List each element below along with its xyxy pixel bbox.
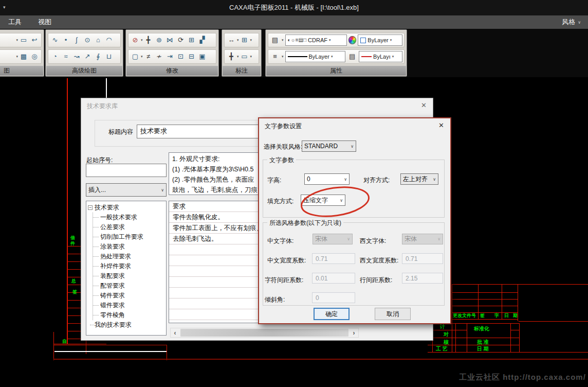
ok-button[interactable]: 确定 [314,308,350,320]
chevron-down-icon: ∨ [437,237,440,241]
text-dialog-titlebar[interactable]: 文字参数设置 ✕ [259,118,450,133]
cad-text: 自 [62,339,67,344]
cad-text: 签 [72,290,77,294]
cn-font-label: 中文字体: [267,237,293,245]
tree-item[interactable]: 涂装要求 [93,242,166,252]
chevron-down-icon: ∨ [340,198,343,203]
style-label: 选择关联风格: [264,143,302,151]
en-font-value: 宋体 [405,235,436,243]
cad-line [502,284,502,319]
char-gap-label: 字符间距系数: [265,276,303,285]
tree-item[interactable]: 零件棱角 [93,310,166,320]
requirements-tree[interactable]: −技术要求 一般技术要求 公差要求 切削加工件要求 涂装要求 热处理要求 补焊件… [86,201,167,336]
cad-line [452,299,518,300]
scroll-left-icon[interactable]: ‹ [171,329,179,337]
chevron-down-icon: ∨ [344,177,347,182]
cad-text: 日 期 [477,346,489,351]
tree-item[interactable]: 热处理要求 [93,252,166,261]
cancel-button[interactable]: 取消 [375,308,411,320]
slant-angle-label: 倾斜角: [265,295,285,304]
tree-item[interactable]: 切削加工件要求 [93,232,166,242]
cad-line [452,319,518,320]
text-param-group: 文字参数 [263,160,445,218]
tree-collapse-icon[interactable]: − [88,205,93,210]
char-height-value: 0 [307,175,342,183]
tree-item[interactable]: 公差要求 [93,222,166,232]
tree-item-my-requirements[interactable]: 我的技术要求 [88,320,166,330]
text-parameters-dialog: 文字参数设置 ✕ 选择关联风格: STANDARD ∨ 文字参数 字高: 0 ∨… [258,117,451,324]
cad-text: 批 准 [477,340,489,345]
h-scrollbar[interactable]: ‹ › [170,328,359,338]
cad-line [452,284,588,285]
cad-line [428,338,519,338]
chevron-down-icon: ∨ [433,177,436,182]
cad-line [452,306,518,306]
tree-item[interactable]: 锻件要求 [93,301,166,310]
tree-root[interactable]: −技术要求 [88,203,166,213]
cad-text: 件 [70,241,75,246]
cad-line [518,284,518,321]
cad-text: 计 [440,324,445,329]
scrollbar-thumb[interactable] [180,329,348,337]
cn-width-input: 0.71 [312,253,355,264]
tree-item[interactable]: 一般技术要求 [93,213,166,222]
en-font-combobox: 宋体 ∨ [402,234,443,244]
cad-line [452,284,452,352]
readonly-group-label: 所选风格参数(以下为只读) [267,219,343,227]
en-width-label: 西文宽度系数: [360,256,398,265]
cad-text: 对 [444,332,449,337]
cad-line [54,351,167,352]
cad-line [428,352,588,353]
en-font-label: 西文字体: [360,237,386,245]
cad-line [478,284,479,319]
cad-line [510,323,511,352]
cn-font-value: 宋体 [315,235,345,243]
cad-text: 借 [70,236,75,240]
align-combobox[interactable]: 左上对齐 ∨ [400,173,438,185]
close-icon[interactable]: ✕ [421,101,427,109]
style-combobox[interactable]: STANDARD ∨ [302,140,356,152]
cad-line [428,330,467,330]
text-param-group-label: 文字参数 [267,156,296,165]
application-window: ▾ CAXA电子图板2011 - 机械版 - [I:\tool\1.exb] 工… [0,0,588,387]
insert-combobox-value: 插入... [88,186,159,195]
fill-mode-label: 填充方式: [267,197,293,206]
en-width-input: 0.71 [402,253,443,264]
tech-dialog-titlebar[interactable]: 技术要求库 ✕ [81,98,433,113]
char-height-label: 字高: [267,176,281,185]
char-gap-input: 0.01 [312,273,355,284]
cad-line [106,78,107,98]
cad-line [455,323,456,352]
cad-line [53,359,588,360]
tree-children: 一般技术要求 公差要求 切削加工件要求 涂装要求 热处理要求 补焊件要求 装配要… [93,213,166,320]
tree-item[interactable]: 铸件要求 [93,291,166,301]
cad-line [167,345,167,360]
cad-text: 期 [513,313,518,318]
cad-text: 字 [494,313,499,318]
tree-item[interactable]: 补焊件要求 [93,261,166,271]
cad-text: 更改文件号 [453,313,476,318]
cad-line [519,323,520,352]
cn-font-combobox: 宋体 ∨ [313,234,353,244]
close-icon[interactable]: ✕ [438,121,444,129]
insert-combobox[interactable]: 插入... ∨ [86,183,167,197]
tree-root-label: 技术要求 [95,204,119,211]
cn-width-label: 中文宽度系数: [267,256,306,265]
cad-line [53,332,54,360]
cad-line [452,292,518,293]
cad-text: 签 [480,313,485,318]
cad-text: 标准化 [474,326,489,331]
chevron-down-icon: ∨ [351,144,354,149]
fill-mode-combobox[interactable]: 压缩文字 ∨ [301,195,345,206]
char-height-combobox[interactable]: 0 ∨ [304,173,350,185]
style-value: STANDARD [304,143,349,150]
cad-line [67,78,68,344]
watermark: 工业云社区 http://top.caxa.com/ [459,373,586,382]
tree-item[interactable]: 装配要求 [93,271,166,281]
cad-text: 日 [504,313,509,318]
start-number-input[interactable] [86,164,167,177]
title-content-label: 标题内容 [108,128,133,136]
tree-item[interactable]: 配管要求 [93,281,166,291]
scroll-right-icon[interactable]: › [350,329,358,337]
cad-line [53,345,167,345]
